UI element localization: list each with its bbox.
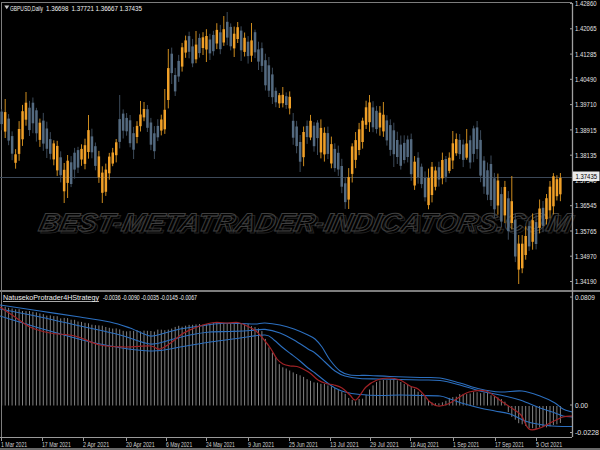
- svg-text:1.38915: 1.38915: [575, 126, 597, 135]
- svg-text:1 Mar 2021: 1 Mar 2021: [1, 440, 27, 449]
- svg-text:BEST-METATRADER-INDICATORS.COM: BEST-METATRADER-INDICATORS.COM: [36, 208, 573, 236]
- svg-text:1.36545: 1.36545: [575, 201, 597, 210]
- svg-text:1.34970: 1.34970: [575, 252, 597, 261]
- svg-text:0.00: 0.00: [575, 401, 588, 410]
- svg-text:-0.0228: -0.0228: [575, 428, 599, 437]
- svg-text:24 May 2021: 24 May 2021: [206, 440, 235, 449]
- svg-text:1 Sep 2021: 1 Sep 2021: [453, 440, 479, 449]
- svg-text:1.37721: 1.37721: [72, 4, 95, 13]
- svg-text:5 Oct 2021: 5 Oct 2021: [536, 440, 562, 449]
- svg-text:-0.0036 -0.0090 -0.0035 -0.014: -0.0036 -0.0090 -0.0035 -0.0145 -0.0067: [103, 293, 197, 302]
- svg-text:1.42065: 1.42065: [575, 24, 597, 33]
- svg-text:1.34190: 1.34190: [575, 277, 597, 286]
- svg-text:1.36698: 1.36698: [46, 4, 69, 13]
- svg-text:16 Aug 2021: 16 Aug 2021: [410, 440, 439, 449]
- svg-text:1.36667: 1.36667: [96, 4, 119, 13]
- svg-text:1.42860: 1.42860: [575, 0, 597, 8]
- svg-text:25 Jun 2021: 25 Jun 2021: [289, 440, 318, 449]
- svg-text:GBPUSD,Daily: GBPUSD,Daily: [10, 4, 43, 13]
- svg-text:1.37435: 1.37435: [576, 172, 598, 181]
- svg-text:NatusekoProtrader4HStrategy: NatusekoProtrader4HStrategy: [3, 293, 99, 302]
- svg-text:9 Jun 2021: 9 Jun 2021: [248, 440, 274, 449]
- svg-text:1.38135: 1.38135: [575, 151, 597, 160]
- svg-text:6 May 2021: 6 May 2021: [166, 440, 192, 449]
- svg-text:13 Jul 2021: 13 Jul 2021: [330, 440, 359, 449]
- svg-text:29 Jul 2021: 29 Jul 2021: [370, 440, 399, 449]
- svg-text:20 Apr 2021: 20 Apr 2021: [126, 440, 155, 449]
- svg-text:17 Sep 2021: 17 Sep 2021: [495, 440, 524, 449]
- svg-text:1.39710: 1.39710: [575, 100, 597, 109]
- svg-text:1.40490: 1.40490: [575, 75, 597, 84]
- svg-text:1.41285: 1.41285: [575, 50, 597, 59]
- svg-text:0.0809: 0.0809: [575, 293, 595, 302]
- svg-text:1.37435: 1.37435: [120, 4, 143, 13]
- svg-text:2 Apr 2021: 2 Apr 2021: [83, 440, 109, 449]
- svg-text:17 Mar 2021: 17 Mar 2021: [42, 440, 71, 449]
- svg-text:1.35765: 1.35765: [575, 227, 597, 236]
